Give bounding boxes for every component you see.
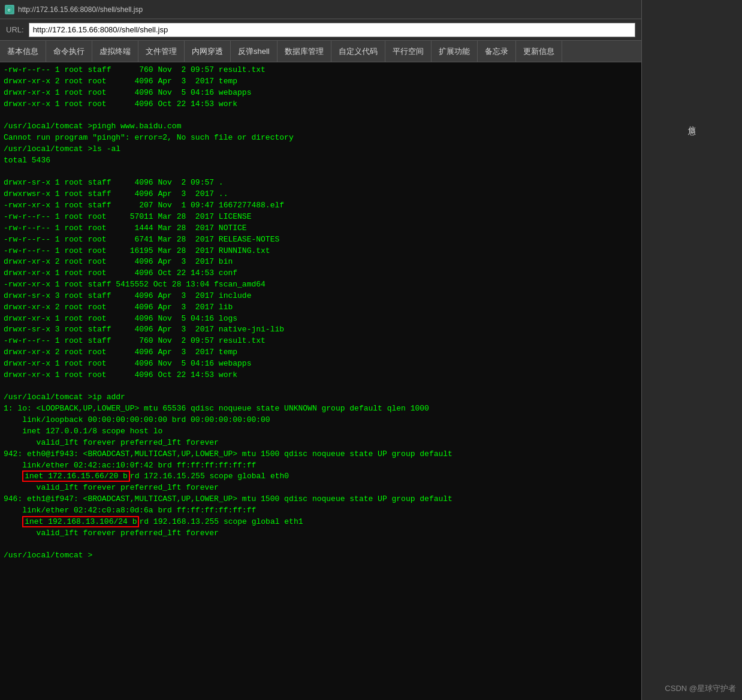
terminal-line: -rw-r--r-- 1 root staff 760 Nov 2 09:57 … <box>4 336 638 347</box>
tab-db-mgmt[interactable]: 数据库管理 <box>278 41 331 62</box>
terminal-line: /usr/local/tomcat >ip addr <box>4 392 638 403</box>
url-label: URL: <box>6 25 24 34</box>
terminal-line: -rw-r--r-- 1 root root 1444 Mar 28 2017 … <box>4 223 638 234</box>
tab-custom-code[interactable]: 自定义代码 <box>331 41 385 62</box>
highlight-box-2: inet 192.168.13.106/24 b <box>22 516 139 527</box>
tab-reverse-shell[interactable]: 反弹shell <box>231 41 278 62</box>
tab-parallel-space[interactable]: 平行空间 <box>385 41 432 62</box>
terminal-line: -rwxr-xr-x 1 root staff 5415552 Oct 28 1… <box>4 279 638 291</box>
terminal-line: drwxr-xr-x 1 root root 4096 Oct 22 14:53… <box>4 268 638 279</box>
tab-file-mgmt[interactable]: 文件管理 <box>138 41 185 62</box>
tab-extend[interactable]: 扩展功能 <box>432 41 478 62</box>
terminal-line: drwxr-sr-x 1 root staff 4096 Nov 2 09:57… <box>4 177 638 189</box>
terminal-line: drwxr-xr-x 1 root root 4096 Oct 22 14:53… <box>4 370 638 381</box>
terminal-line: Cannot run program "pingh": error=2, No … <box>4 132 638 144</box>
terminal-line: /usr/local/tomcat >pingh www.baidu.com <box>4 121 638 132</box>
terminal-line: link/ether 02:42:c0:a8:0d:6a brd ff:ff:f… <box>4 505 638 517</box>
terminal-line: inet 127.0.0.1/8 scope host lo <box>4 426 638 437</box>
terminal-line: -rw-r--r-- 1 root staff 760 Nov 2 09:57 … <box>4 65 638 76</box>
tab-updates[interactable]: 更新信息 <box>516 41 562 62</box>
tab-notes[interactable]: 备忘录 <box>478 41 516 62</box>
terminal-line: valid_lft forever preferred_lft forever <box>4 482 638 494</box>
terminal-highlight-2: inet 192.168.13.106/24 brd 192.168.13.25… <box>4 517 638 528</box>
terminal-line <box>4 539 638 550</box>
terminal-line: drwxr-xr-x 2 root root 4096 Apr 3 2017 t… <box>4 347 638 358</box>
terminal-line <box>4 167 638 178</box>
tab-intranet[interactable]: 内网穿透 <box>185 41 231 62</box>
terminal-line: 942: eth0@if943: <BROADCAST,MULTICAST,UP… <box>4 449 638 460</box>
window-title: http://172.16.15.66:8080//shell/shell.js… <box>18 5 143 14</box>
terminal-line: link/loopback 00:00:00:00:00:00 brd 00:0… <box>4 415 638 426</box>
terminal-line: drwxr-xr-x 1 root root 4096 Nov 5 04:16 … <box>4 358 638 370</box>
terminal-line: 1: lo: <LOOPBACK,UP,LOWER_UP> mtu 65536 … <box>4 403 638 415</box>
terminal-line: -rw-r--r-- 1 root root 6741 Mar 28 2017 … <box>4 234 638 246</box>
terminal-line: 946: eth1@if947: <BROADCAST,MULTICAST,UP… <box>4 494 638 505</box>
terminal-line: /usr/local/tomcat >ls -al <box>4 144 638 155</box>
terminal-line: /usr/local/tomcat > <box>4 550 638 562</box>
url-input[interactable] <box>29 23 635 37</box>
highlight-box-1: inet 172.16.15.66/20 b <box>22 470 130 482</box>
terminal-line: drwxr-xr-x 2 root root 4096 Apr 3 2017 t… <box>4 76 638 88</box>
tab-cmd-exec[interactable]: 命令执行 <box>46 41 92 62</box>
terminal-line: drwxr-sr-x 3 root staff 4096 Apr 3 2017 … <box>4 291 638 302</box>
terminal-line: -rw-r--r-- 1 root root 16195 Mar 28 2017… <box>4 246 638 257</box>
terminal-line: drwxr-xr-x 2 root root 4096 Apr 3 2017 b… <box>4 257 638 268</box>
url-bar: URL: <box>0 19 641 41</box>
terminal-highlight-1: inet 172.16.15.66/20 brd 172.16.15.255 s… <box>4 471 638 482</box>
tab-basic-info[interactable]: 基本信息 <box>0 41 46 62</box>
terminal-line: drwxr-sr-x 3 root staff 4096 Apr 3 2017 … <box>4 324 638 336</box>
terminal-line: valid_lft forever preferred_lft forever <box>4 437 638 449</box>
terminal-line: valid_lft forever preferred_lft forever <box>4 528 638 539</box>
terminal-line: drwxr-xr-x 1 root root 4096 Nov 5 04:16 … <box>4 88 638 99</box>
right-sidebar-text: 信息 <box>687 120 698 122</box>
terminal-line: drwxrwsr-x 1 root staff 4096 Apr 3 2017 … <box>4 189 638 200</box>
app-icon: e <box>5 5 14 14</box>
titlebar: e http://172.16.15.66:8080//shell/shell.… <box>0 0 641 19</box>
nav-tabs: 基本信息 命令执行 虚拟终端 文件管理 内网穿透 反弹shell 数据库管理 自… <box>0 41 641 62</box>
terminal-line: link/ether 02:42:ac:10:0f:42 brd ff:ff:f… <box>4 460 638 472</box>
terminal-line <box>4 110 638 121</box>
terminal-line <box>4 381 638 393</box>
terminal-line: drwxr-xr-x 1 root root 4096 Oct 22 14:53… <box>4 99 638 110</box>
watermark: CSDN @星球守护者 <box>665 683 736 694</box>
right-sidebar: 信息 <box>641 0 742 700</box>
tab-virtual-terminal[interactable]: 虚拟终端 <box>92 41 138 62</box>
terminal-line: drwxr-xr-x 1 root root 4096 Nov 5 04:16 … <box>4 313 638 325</box>
svg-text:e: e <box>8 8 10 13</box>
terminal-line: -rw-r--r-- 1 root root 57011 Mar 28 2017… <box>4 212 638 223</box>
terminal-output[interactable]: -rw-r--r-- 1 root staff 760 Nov 2 09:57 … <box>0 62 641 700</box>
terminal-line: -rwxr-xr-x 1 root staff 207 Nov 1 09:47 … <box>4 200 638 212</box>
terminal-line: total 5436 <box>4 155 638 167</box>
terminal-line: drwxr-xr-x 2 root root 4096 Apr 3 2017 l… <box>4 302 638 313</box>
main-window: e http://172.16.15.66:8080//shell/shell.… <box>0 0 641 700</box>
